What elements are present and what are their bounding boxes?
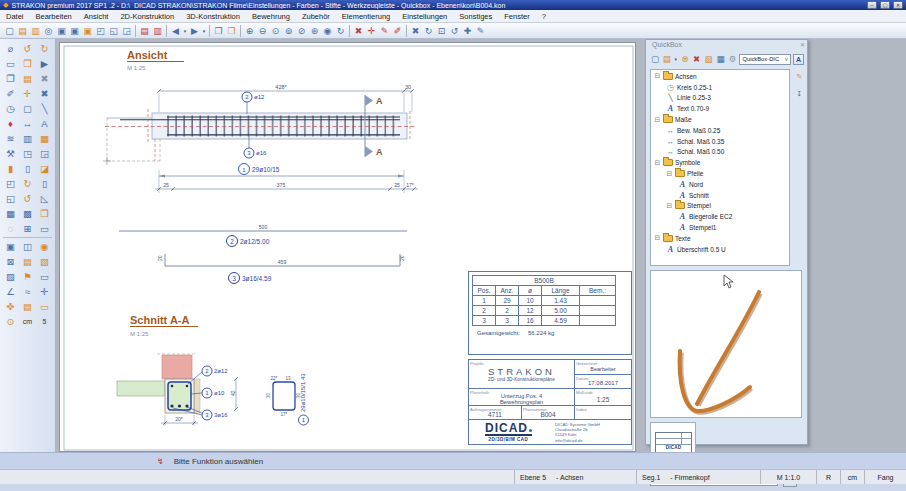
zoom-sel-icon[interactable]: ⊛ [308, 24, 321, 37]
rotate-right-icon[interactable]: ↻ [37, 41, 53, 56]
zoom-out-icon[interactable]: ⊖ [256, 24, 269, 37]
window-new-icon[interactable]: ◱ [107, 24, 120, 37]
page-add-icon[interactable]: ◱ [3, 191, 19, 206]
rotate-ccw-icon[interactable]: ↺ [448, 24, 461, 37]
save-icon[interactable]: ▣ [55, 24, 68, 37]
minimize-button[interactable]: – [867, 1, 877, 9]
menu-fenster[interactable]: Fenster [498, 12, 535, 21]
delete-red-icon[interactable]: ✖ [352, 24, 365, 37]
zoom-all-icon[interactable]: ⊚ [282, 24, 295, 37]
page-blank-icon[interactable]: ▯ [37, 176, 53, 191]
status-scale[interactable]: M 1:1.0 [760, 470, 816, 484]
grid-select-icon[interactable]: ⊞ [20, 221, 36, 236]
qb-gear-icon[interactable]: ⚙ [726, 53, 738, 66]
zoom-prev-icon[interactable]: ⊘ [295, 24, 308, 37]
qb-new-icon[interactable]: ▢ [649, 53, 661, 66]
view-lock-icon[interactable]: ◫ [20, 239, 36, 254]
menu-datei[interactable]: Datei [0, 12, 30, 21]
tree-item-nord[interactable]: ANord [651, 179, 789, 190]
tree-item-pfeile[interactable]: ⊟Pfeile [651, 168, 789, 179]
image-tool-icon[interactable]: ▦ [37, 131, 53, 146]
status-segment-segment[interactable]: Seg.1 - Firmenkopf [636, 470, 760, 484]
copy-page-icon[interactable]: ❐ [20, 56, 36, 71]
qb-delete-icon[interactable]: ✖ [691, 53, 703, 66]
quickbox-preview[interactable] [650, 270, 802, 418]
new-file-icon[interactable]: ▢ [3, 24, 16, 37]
drawer-tool-icon[interactable]: ▤ [20, 299, 36, 314]
line-tool-icon[interactable]: ╲ [37, 101, 53, 116]
export-icon[interactable]: ▥ [151, 24, 164, 37]
tree-item-schal-mass-035[interactable]: ↔Schal. Maß 0.35 [651, 136, 789, 147]
flag-tool-icon[interactable]: ⚑ [20, 269, 36, 284]
move-red-icon[interactable]: ✛ [365, 24, 378, 37]
circle-tool-icon[interactable]: ◷ [3, 101, 19, 116]
menu-bewehrung[interactable]: Bewehrung [246, 12, 296, 21]
tree-item-symbole[interactable]: ⊟Symbole [651, 157, 789, 168]
clipboard-icon[interactable]: ▤ [20, 71, 36, 86]
refresh-icon[interactable]: ↻ [334, 24, 347, 37]
pan-icon[interactable]: ✚ [461, 24, 474, 37]
menu-elementierung[interactable]: Elementierung [336, 12, 396, 21]
window-edit-icon[interactable]: ◲ [120, 24, 133, 37]
tree-item-stempel[interactable]: ⊟Stempel [651, 201, 789, 212]
fit-icon[interactable]: ⊡ [435, 24, 448, 37]
page-edit-icon[interactable]: ◰ [3, 176, 19, 191]
doc-tool-icon[interactable]: ▯ [20, 161, 36, 176]
qb-profile-select[interactable]: QuickBox-DIC ∨ [739, 54, 791, 65]
status-unit[interactable]: cm [840, 470, 864, 484]
tree-item-ueberschrift[interactable]: AÜberschrift 0.5 U [651, 244, 789, 255]
tools-3d-icon[interactable]: ⚒ [3, 146, 19, 161]
expand-icon[interactable]: ⊟ [666, 202, 673, 210]
expand-icon[interactable]: ⊟ [654, 72, 661, 80]
page-import-icon[interactable]: ▨ [3, 269, 19, 284]
rotate-cw-icon[interactable]: ↻ [422, 24, 435, 37]
save-as-icon[interactable]: ▣ [68, 24, 81, 37]
menu-bearbeiten[interactable]: Bearbeiten [30, 12, 78, 21]
window-icon[interactable]: ◰ [94, 24, 107, 37]
prompt-bar[interactable]: ↯ Bitte Funktion auswählen [0, 452, 906, 469]
tree-item-schnitt[interactable]: ASchnitt [651, 190, 789, 201]
delete-tool-icon[interactable]: ✖ [37, 86, 53, 101]
pattern-tool-icon[interactable]: ▥ [20, 131, 36, 146]
draw-tool-icon[interactable]: ✐ [3, 86, 19, 101]
rotate-left-icon[interactable]: ↺ [20, 41, 36, 56]
quickbox-close-icon[interactable]: ✕ [800, 41, 805, 48]
hatch-tool-icon[interactable]: ≋ [3, 131, 19, 146]
expand-icon[interactable]: ⊟ [654, 159, 661, 167]
box-3d-icon[interactable]: ◳ [20, 146, 36, 161]
dim-tool-icon[interactable]: ↔ [20, 116, 36, 131]
qb-folder-icon[interactable]: ▧ [703, 53, 715, 66]
zoom-in-icon[interactable]: ⊕ [243, 24, 256, 37]
stamp-alt-icon[interactable]: ▤ [20, 254, 36, 269]
rect-select-icon[interactable]: ▭ [37, 221, 53, 236]
grid-window-alt-icon[interactable]: ▩ [20, 206, 36, 221]
rect-tool-icon[interactable]: ▢ [20, 101, 36, 116]
menu-2d-konstruktion[interactable]: 2D-Konstruktion [114, 12, 180, 21]
stamp-tool-icon[interactable]: ♦ [3, 116, 19, 131]
maximize-button[interactable]: ▢ [880, 1, 890, 9]
unit-label[interactable]: cm [20, 314, 36, 329]
qb-camera-icon[interactable]: ▦ [715, 53, 727, 66]
qb-open-icon[interactable]: ▤ [661, 53, 673, 66]
tree-item-masse[interactable]: ⊟Maße [651, 114, 789, 125]
status-layer-segment[interactable]: Ebene 5 - Achsen [514, 470, 636, 484]
snap-label[interactable]: 5 [37, 314, 53, 329]
qb-text-style-button[interactable]: A [793, 54, 804, 65]
crosshair-icon[interactable]: ✛ [37, 284, 53, 299]
menu-zubehoer[interactable]: Zubehör [296, 12, 336, 21]
menu-hilfe[interactable]: ? [536, 12, 552, 21]
unit-lock-icon[interactable]: ⊙ [3, 314, 19, 329]
search-icon[interactable]: ◎ [42, 24, 55, 37]
qb-world-icon[interactable]: ⊛ [679, 53, 691, 66]
ruler-tool-icon[interactable]: ▭ [37, 299, 53, 314]
text-tool-icon[interactable]: A [37, 116, 53, 131]
undo-icon[interactable]: ◀ [169, 24, 182, 37]
status-r-toggle[interactable]: R [816, 470, 840, 484]
menu-ansicht[interactable]: Ansicht [78, 12, 115, 21]
tree-item-texte[interactable]: ⊟Texte [651, 233, 789, 244]
tree-item-linie[interactable]: ╲Linie 0.25-3 [651, 93, 789, 104]
zoom-window-icon[interactable]: ⊙ [269, 24, 282, 37]
import-icon[interactable]: ▤ [138, 24, 151, 37]
probe-tool-icon[interactable]: ✜ [3, 299, 19, 314]
expand-icon[interactable]: ⊟ [654, 116, 661, 124]
